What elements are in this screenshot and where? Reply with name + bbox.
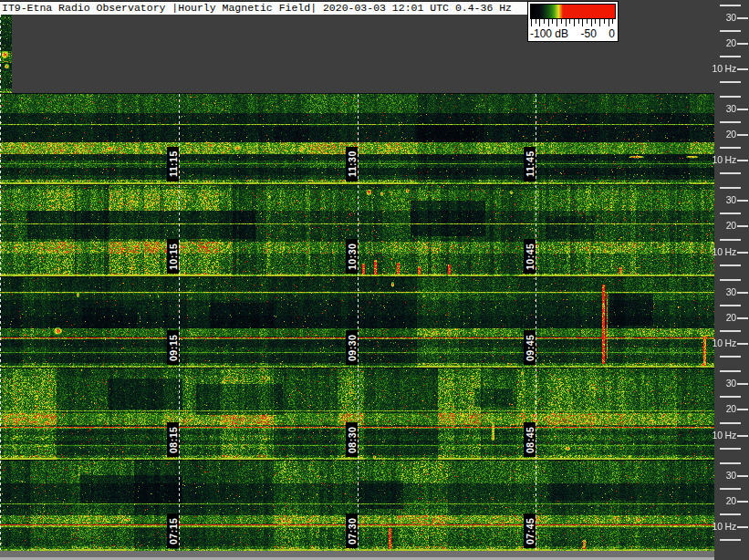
time-label: 11:15 xyxy=(167,147,179,181)
freq-tick-minor xyxy=(720,147,741,149)
time-label: 07:15 xyxy=(167,513,179,548)
freq-tick-minor xyxy=(720,56,741,57)
freq-tick-minor xyxy=(720,187,741,189)
freq-tick-minor xyxy=(720,513,741,515)
legend-labels: -100 dB -50 0 xyxy=(530,27,615,40)
freq-tick-label: 10 Hz xyxy=(713,246,736,257)
time-label: 08:30 xyxy=(346,422,358,457)
time-label: 07:30 xyxy=(346,513,358,548)
freq-tick-major xyxy=(737,501,748,503)
freq-tick-label: 20 xyxy=(726,403,736,414)
freq-tick-minor xyxy=(720,172,741,174)
freq-tick-label: 10 Hz xyxy=(713,63,736,74)
freq-tick-major xyxy=(737,409,748,410)
freq-tick-minor xyxy=(720,448,741,450)
freq-tick-label: 30 xyxy=(726,470,736,481)
time-label: 10:30 xyxy=(346,239,358,274)
freq-tick-major xyxy=(737,109,748,110)
freq-tick-major xyxy=(737,317,748,319)
legend-max-label: 0 xyxy=(609,27,615,40)
freq-tick-label: 30 xyxy=(726,103,736,114)
freq-tick-major xyxy=(737,68,748,70)
color-scale-legend: -100 dB -50 0 xyxy=(527,1,619,42)
freq-tick-major xyxy=(737,383,748,385)
freq-tick-label: 30 xyxy=(726,194,736,205)
freq-tick-major xyxy=(737,435,748,437)
freq-tick-label: 20 xyxy=(726,495,736,506)
time-label: 08:45 xyxy=(524,422,536,457)
freq-tick-label: 20 xyxy=(726,129,736,140)
time-label: 09:15 xyxy=(167,330,179,365)
freq-tick-label: 10 Hz xyxy=(713,521,736,532)
freq-tick-minor xyxy=(720,96,741,98)
freq-tick-minor xyxy=(720,5,741,6)
freq-tick-major xyxy=(737,225,748,227)
freq-tick-label: 20 xyxy=(726,312,736,323)
time-label: 10:45 xyxy=(524,239,536,274)
freq-tick-major xyxy=(737,292,748,294)
freq-tick-major xyxy=(737,134,748,136)
freq-tick-minor xyxy=(720,264,741,266)
freq-tick-label: 10 Hz xyxy=(713,430,736,441)
title-bar[interactable]: IT9-Etna Radio Observatory |Hourly Magne… xyxy=(0,1,527,15)
freq-tick-minor xyxy=(720,356,741,358)
freq-tick-minor xyxy=(720,305,741,306)
freq-tick-label: 30 xyxy=(726,286,736,297)
freq-tick-major xyxy=(737,252,748,254)
time-label: 08:15 xyxy=(167,422,179,457)
freq-tick-label: 10 Hz xyxy=(713,154,736,165)
legend-min-label: -100 dB xyxy=(530,27,568,40)
freq-tick-major xyxy=(737,17,748,19)
freq-tick-minor xyxy=(720,213,741,214)
window-title: IT9-Etna Radio Observatory |Hourly Magne… xyxy=(2,2,512,14)
freq-tick-major xyxy=(737,475,748,477)
freq-tick-major xyxy=(737,200,748,202)
freq-tick-minor xyxy=(720,488,741,490)
time-label: 10:15 xyxy=(167,239,179,274)
time-label: 09:45 xyxy=(524,330,536,365)
color-gradient-bar xyxy=(530,4,616,19)
freq-tick-label: 30 xyxy=(726,378,736,389)
window-bottom-border xyxy=(0,551,714,560)
freq-tick-minor xyxy=(720,239,741,241)
freq-tick-minor xyxy=(720,539,741,541)
freq-tick-minor xyxy=(720,462,741,464)
scale-ruler xyxy=(531,19,615,26)
time-label: 07:45 xyxy=(524,513,536,548)
freq-tick-minor xyxy=(720,121,741,123)
freq-tick-label: 10 Hz xyxy=(713,337,736,348)
spectrogram-canvas xyxy=(0,2,714,551)
freq-tick-major xyxy=(737,343,748,345)
app-window: IT9-Etna Radio Observatory |Hourly Magne… xyxy=(0,0,749,560)
freq-tick-minor xyxy=(720,330,741,332)
freq-tick-minor xyxy=(720,30,741,32)
time-label: 11:45 xyxy=(524,147,536,181)
freq-tick-minor xyxy=(720,279,741,281)
legend-mid-label: -50 xyxy=(581,27,597,40)
freq-tick-minor xyxy=(720,81,741,83)
freq-tick-label: 20 xyxy=(726,37,736,48)
freq-tick-major xyxy=(737,160,748,161)
time-label: 11:30 xyxy=(346,147,358,181)
freq-tick-minor xyxy=(720,370,741,372)
freq-tick-minor xyxy=(720,396,741,398)
freq-tick-minor xyxy=(720,422,741,424)
freq-tick-label: 20 xyxy=(726,220,736,231)
freq-tick-major xyxy=(737,43,748,45)
time-label: 09:30 xyxy=(346,330,358,365)
freq-tick-label: 30 xyxy=(726,12,736,23)
freq-tick-major xyxy=(737,526,748,528)
